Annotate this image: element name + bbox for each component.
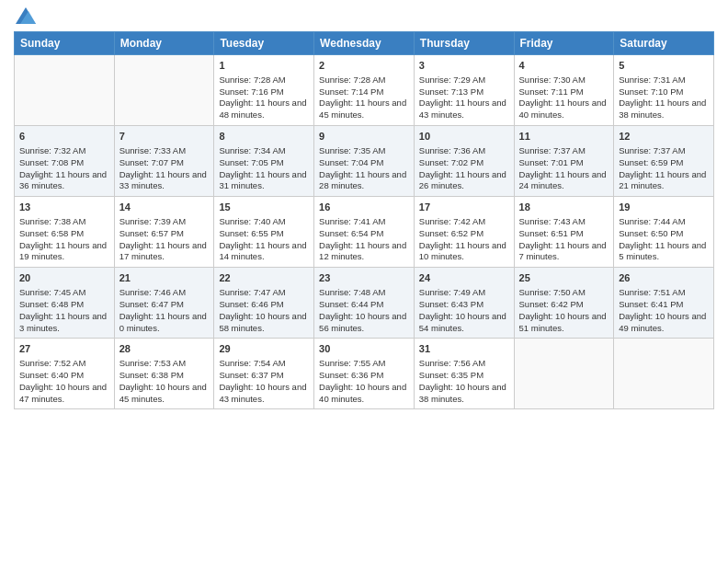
- day-number: 22: [219, 271, 309, 285]
- week-row-1: 1Sunrise: 7:28 AMSunset: 7:16 PMDaylight…: [15, 55, 714, 126]
- day-number: 30: [319, 342, 409, 356]
- calendar-cell: 16Sunrise: 7:41 AMSunset: 6:54 PMDayligh…: [314, 197, 415, 268]
- daylight-text: Daylight: 11 hours and 12 minutes.: [319, 240, 406, 262]
- sunset-text: Sunset: 7:13 PM: [419, 86, 483, 97]
- day-number: 31: [419, 342, 509, 356]
- sunrise-text: Sunrise: 7:41 AM: [319, 216, 385, 226]
- day-number: 6: [19, 130, 109, 144]
- day-number: 16: [319, 201, 409, 214]
- calendar-cell: 26Sunrise: 7:51 AMSunset: 6:41 PMDayligh…: [614, 268, 714, 339]
- day-number: 26: [619, 271, 709, 285]
- sunset-text: Sunset: 6:41 PM: [619, 299, 683, 309]
- day-number: 14: [119, 201, 210, 214]
- sunset-text: Sunset: 6:46 PM: [219, 299, 283, 309]
- daylight-text: Daylight: 11 hours and 36 minutes.: [19, 169, 107, 191]
- calendar-cell: 6Sunrise: 7:32 AMSunset: 7:08 PMDaylight…: [15, 126, 115, 197]
- sunrise-text: Sunrise: 7:49 AM: [419, 287, 485, 297]
- calendar-header-row: SundayMondayTuesdayWednesdayThursdayFrid…: [15, 32, 714, 55]
- daylight-text: Daylight: 11 hours and 43 minutes.: [419, 98, 506, 120]
- calendar-cell: 30Sunrise: 7:55 AMSunset: 6:36 PMDayligh…: [314, 339, 415, 409]
- sunrise-text: Sunrise: 7:51 AM: [619, 287, 685, 297]
- sunrise-text: Sunrise: 7:47 AM: [219, 287, 285, 297]
- calendar-cell: 4Sunrise: 7:30 AMSunset: 7:11 PMDaylight…: [514, 55, 614, 126]
- day-number: 23: [319, 271, 409, 285]
- day-number: 20: [19, 271, 109, 285]
- calendar-cell: 28Sunrise: 7:53 AMSunset: 6:38 PMDayligh…: [114, 339, 214, 409]
- week-row-2: 6Sunrise: 7:32 AMSunset: 7:08 PMDaylight…: [15, 126, 714, 197]
- sunrise-text: Sunrise: 7:32 AM: [19, 145, 85, 155]
- daylight-text: Daylight: 11 hours and 45 minutes.: [319, 98, 406, 120]
- daylight-text: Daylight: 11 hours and 0 minutes.: [119, 311, 207, 333]
- calendar-cell: 11Sunrise: 7:37 AMSunset: 7:01 PMDayligh…: [514, 126, 614, 197]
- day-number: 13: [19, 201, 109, 214]
- sunset-text: Sunset: 6:57 PM: [119, 228, 184, 238]
- calendar-cell: 20Sunrise: 7:45 AMSunset: 6:48 PMDayligh…: [15, 268, 115, 339]
- day-header-sunday: Sunday: [15, 32, 115, 55]
- day-header-friday: Friday: [514, 32, 614, 55]
- calendar-cell: 22Sunrise: 7:47 AMSunset: 6:46 PMDayligh…: [214, 268, 314, 339]
- sunrise-text: Sunrise: 7:39 AM: [119, 216, 186, 226]
- day-header-monday: Monday: [114, 32, 214, 55]
- calendar-cell: 10Sunrise: 7:36 AMSunset: 7:02 PMDayligh…: [414, 126, 514, 197]
- sunrise-text: Sunrise: 7:38 AM: [19, 216, 85, 226]
- sunrise-text: Sunrise: 7:52 AM: [19, 358, 85, 368]
- sunset-text: Sunset: 6:55 PM: [219, 228, 283, 238]
- calendar-cell: [614, 339, 714, 409]
- calendar-cell: 12Sunrise: 7:37 AMSunset: 6:59 PMDayligh…: [614, 126, 714, 197]
- daylight-text: Daylight: 10 hours and 58 minutes.: [219, 311, 306, 333]
- day-number: 17: [419, 201, 509, 214]
- daylight-text: Daylight: 10 hours and 45 minutes.: [119, 382, 207, 404]
- sunrise-text: Sunrise: 7:36 AM: [419, 145, 485, 155]
- daylight-text: Daylight: 11 hours and 21 minutes.: [619, 169, 706, 191]
- logo: [14, 9, 36, 24]
- sunset-text: Sunset: 6:44 PM: [319, 299, 383, 309]
- sunrise-text: Sunrise: 7:45 AM: [19, 287, 85, 297]
- sunrise-text: Sunrise: 7:31 AM: [619, 75, 685, 85]
- sunset-text: Sunset: 6:43 PM: [419, 299, 483, 309]
- sunset-text: Sunset: 7:04 PM: [319, 157, 383, 167]
- daylight-text: Daylight: 10 hours and 49 minutes.: [619, 311, 706, 333]
- calendar-cell: 2Sunrise: 7:28 AMSunset: 7:14 PMDaylight…: [314, 55, 415, 126]
- day-number: 8: [219, 130, 309, 144]
- daylight-text: Daylight: 11 hours and 14 minutes.: [219, 240, 306, 262]
- sunset-text: Sunset: 6:52 PM: [419, 228, 483, 238]
- sunset-text: Sunset: 6:54 PM: [319, 228, 383, 238]
- day-number: 4: [519, 59, 609, 73]
- daylight-text: Daylight: 11 hours and 38 minutes.: [619, 98, 706, 120]
- day-number: 9: [319, 130, 409, 144]
- calendar-cell: 8Sunrise: 7:34 AMSunset: 7:05 PMDaylight…: [214, 126, 314, 197]
- day-number: 1: [219, 59, 309, 73]
- daylight-text: Daylight: 11 hours and 28 minutes.: [319, 169, 406, 191]
- sunset-text: Sunset: 6:59 PM: [619, 157, 683, 167]
- day-header-wednesday: Wednesday: [314, 32, 415, 55]
- sunrise-text: Sunrise: 7:28 AM: [319, 75, 385, 85]
- daylight-text: Daylight: 11 hours and 5 minutes.: [619, 240, 706, 262]
- calendar-cell: 17Sunrise: 7:42 AMSunset: 6:52 PMDayligh…: [414, 197, 514, 268]
- day-number: 2: [319, 59, 409, 73]
- sunset-text: Sunset: 6:37 PM: [219, 370, 283, 380]
- calendar-cell: 21Sunrise: 7:46 AMSunset: 6:47 PMDayligh…: [114, 268, 214, 339]
- day-number: 12: [619, 130, 709, 144]
- day-number: 18: [519, 201, 609, 214]
- sunrise-text: Sunrise: 7:43 AM: [519, 216, 586, 226]
- day-number: 15: [219, 201, 309, 214]
- calendar-cell: 14Sunrise: 7:39 AMSunset: 6:57 PMDayligh…: [114, 197, 214, 268]
- day-number: 25: [519, 271, 609, 285]
- sunset-text: Sunset: 6:35 PM: [419, 370, 483, 380]
- day-number: 19: [619, 201, 709, 214]
- calendar-cell: [15, 55, 115, 126]
- day-header-saturday: Saturday: [614, 32, 714, 55]
- sunset-text: Sunset: 6:50 PM: [619, 228, 683, 238]
- calendar-cell: 3Sunrise: 7:29 AMSunset: 7:13 PMDaylight…: [414, 55, 514, 126]
- sunset-text: Sunset: 6:38 PM: [119, 370, 184, 380]
- sunrise-text: Sunrise: 7:42 AM: [419, 216, 485, 226]
- daylight-text: Daylight: 11 hours and 48 minutes.: [219, 98, 306, 120]
- sunrise-text: Sunrise: 7:44 AM: [619, 216, 685, 226]
- day-number: 29: [219, 342, 309, 356]
- sunset-text: Sunset: 7:05 PM: [219, 157, 283, 167]
- calendar-cell: 9Sunrise: 7:35 AMSunset: 7:04 PMDaylight…: [314, 126, 415, 197]
- daylight-text: Daylight: 11 hours and 7 minutes.: [519, 240, 607, 262]
- day-number: 28: [119, 342, 210, 356]
- sunset-text: Sunset: 7:08 PM: [19, 157, 84, 167]
- calendar-cell: 13Sunrise: 7:38 AMSunset: 6:58 PMDayligh…: [15, 197, 115, 268]
